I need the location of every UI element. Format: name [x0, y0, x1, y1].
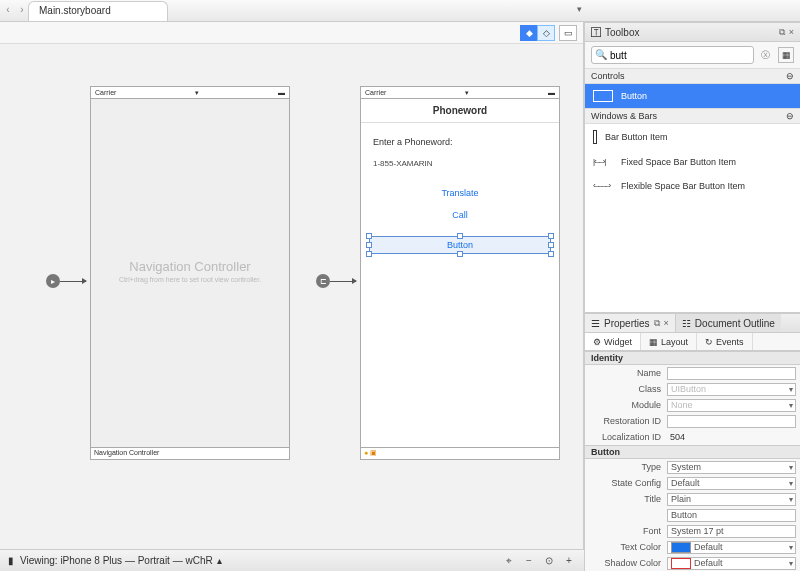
properties-icon: ☰: [591, 318, 600, 329]
scene-footer-label: Navigation Controller: [90, 448, 290, 460]
wifi-icon: ▾: [465, 89, 469, 97]
scene-dock: ● ▣: [360, 448, 560, 460]
properties-tabs: ⚙Widget ▦Layout ↻Events: [585, 333, 800, 351]
collapse-icon: ⊖: [786, 111, 794, 121]
bar-button-icon: [593, 130, 597, 144]
zoom-out-icon[interactable]: −: [522, 554, 536, 568]
frames-mode-button[interactable]: ◇: [537, 25, 555, 41]
bar-icon: ▮: [8, 555, 14, 566]
flexible-space-icon: [593, 180, 613, 192]
root-segue[interactable]: ⊏: [316, 274, 356, 288]
class-field[interactable]: UIButton: [667, 383, 796, 396]
segue-icon: ⊏: [316, 274, 330, 288]
toolbox-search-row: 🔍 ⓧ ▦: [591, 46, 794, 64]
zoom-actual-icon[interactable]: ⊙: [542, 554, 556, 568]
nav-bar-title: Phoneword: [361, 99, 559, 123]
view-controller-scene[interactable]: Carrier ▾ ▬ Phoneword Enter a Phoneword:…: [360, 86, 560, 460]
toolbox-item-button[interactable]: Button: [585, 84, 800, 108]
collapse-icon: ⊖: [786, 71, 794, 81]
zoom-in-icon[interactable]: +: [562, 554, 576, 568]
nav-back-icon[interactable]: ‹: [2, 2, 14, 16]
font-field[interactable]: System 17 pt: [667, 525, 796, 538]
localization-id-value: 504: [667, 432, 796, 442]
document-tabbar: ‹ › Main.storyboard ▾: [0, 0, 800, 22]
nav-controller-subtitle: Ctrl+drag from here to set root view con…: [91, 276, 289, 283]
tab-title: Main.storyboard: [39, 5, 111, 16]
vc-icon[interactable]: ●: [364, 449, 368, 458]
first-responder-icon[interactable]: ▣: [370, 449, 377, 458]
canvas-statusbar: ▮ Viewing: iPhone 8 Plus — Portrait — wC…: [0, 549, 584, 571]
document-outline-tab[interactable]: Document Outline: [695, 318, 775, 329]
group-windows-bars[interactable]: Windows & Bars ⊖: [585, 108, 800, 124]
viewing-label[interactable]: Viewing: iPhone 8 Plus — Portrait — wChR: [20, 555, 213, 566]
title-type-field[interactable]: Plain: [667, 493, 796, 506]
toolbox-icon: 🅃: [591, 27, 601, 38]
tab-events[interactable]: ↻Events: [697, 333, 753, 350]
navigation-controller-scene[interactable]: Carrier ▾ ▬ Navigation Controller Ctrl+d…: [90, 86, 290, 460]
document-tab[interactable]: Main.storyboard: [28, 1, 168, 21]
section-button: Button: [585, 445, 800, 459]
tab-widget[interactable]: ⚙Widget: [585, 333, 641, 350]
constraints-mode-button[interactable]: ◆: [520, 25, 538, 41]
panel-close-icon[interactable]: ×: [664, 318, 669, 328]
title-text-field[interactable]: Button: [667, 509, 796, 522]
clear-search-icon[interactable]: ⓧ: [761, 49, 770, 62]
zoom-fit-icon[interactable]: ⌖: [502, 554, 516, 568]
type-field[interactable]: System: [667, 461, 796, 474]
button-icon: [593, 90, 613, 102]
toolbox-item-fixed-space[interactable]: Fixed Space Bar Button Item: [585, 150, 800, 174]
tab-dropdown-icon[interactable]: ▾: [577, 4, 582, 14]
restoration-id-field[interactable]: [667, 415, 796, 428]
panel-undock-icon[interactable]: ⧉: [654, 318, 660, 329]
nav-forward-icon[interactable]: ›: [16, 2, 28, 16]
toolbox-item-bar-button[interactable]: Bar Button Item: [585, 124, 800, 150]
carrier-label: Carrier: [365, 89, 386, 96]
toolbox-title: Toolbox: [605, 27, 639, 38]
translate-button[interactable]: Translate: [361, 176, 559, 210]
toolbox-header: 🅃 Toolbox ⧉ ×: [585, 22, 800, 42]
properties-title: Properties: [604, 318, 650, 329]
outline-icon: ☷: [682, 318, 691, 329]
viewing-chevron-icon[interactable]: ▴: [217, 555, 222, 566]
nav-back-forward: ‹ ›: [2, 2, 28, 16]
search-icon: 🔍: [595, 49, 607, 60]
phoneword-textfield[interactable]: 1-855-XAMARIN: [373, 157, 547, 170]
module-field[interactable]: None: [667, 399, 796, 412]
canvas-toolbar: ◆ ◇ ▭: [0, 22, 583, 44]
state-config-field[interactable]: Default: [667, 477, 796, 490]
toolbox-view-toggle[interactable]: ▦: [778, 47, 794, 63]
battery-icon: ▬: [278, 89, 285, 96]
shadow-color-field[interactable]: Default: [667, 557, 796, 570]
wifi-icon: ▾: [195, 89, 199, 97]
selected-button-element[interactable]: Button: [369, 236, 551, 254]
enter-phoneword-label: Enter a Phoneword:: [361, 123, 559, 151]
panel-undock-icon[interactable]: ⧉: [779, 27, 785, 38]
section-identity: Identity: [585, 351, 800, 365]
canvas-extra-button[interactable]: ▭: [559, 25, 577, 41]
carrier-label: Carrier: [95, 89, 116, 96]
nav-controller-title: Navigation Controller: [91, 259, 289, 274]
storyboard-canvas[interactable]: ▸ Carrier ▾ ▬ Navigation Controller Ctrl…: [0, 44, 583, 571]
selected-button-title: Button: [447, 240, 473, 250]
battery-icon: ▬: [548, 89, 555, 96]
entry-point-icon: ▸: [46, 274, 60, 288]
toolbox-search-input[interactable]: [591, 46, 754, 64]
toolbox-item-flexible-space[interactable]: Flexible Space Bar Button Item: [585, 174, 800, 198]
call-button[interactable]: Call: [361, 210, 559, 232]
group-controls[interactable]: Controls ⊖: [585, 68, 800, 84]
properties-header: ☰ Properties ⧉ × ☷ Document Outline: [585, 313, 800, 333]
panel-close-icon[interactable]: ×: [789, 27, 794, 37]
entry-point-segue[interactable]: ▸: [46, 274, 86, 288]
tab-layout[interactable]: ▦Layout: [641, 333, 697, 350]
text-color-field[interactable]: Default: [667, 541, 796, 554]
fixed-space-icon: [593, 156, 613, 168]
name-field[interactable]: [667, 367, 796, 380]
